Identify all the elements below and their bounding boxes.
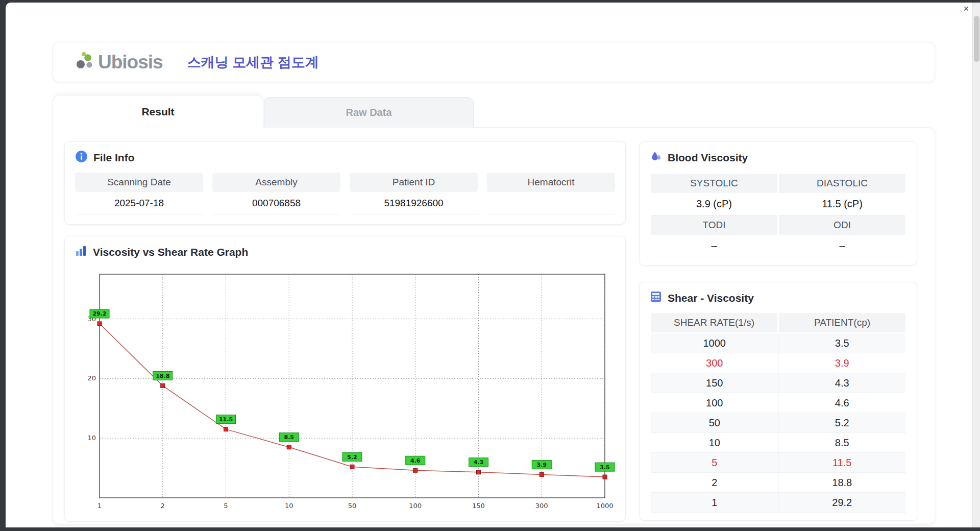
field-scanning-date: Scanning Date 2025-07-18 (75, 173, 203, 214)
app-logo: Ubiosis (75, 51, 163, 74)
field-assembly: Assembly 000706858 (212, 173, 340, 214)
bar-chart-icon (75, 245, 87, 259)
table-row: 10 8.5 (651, 433, 905, 453)
shear-rate-cell: 100 (651, 393, 778, 413)
graph-title-text: Viscosity vs Shear Rate Graph (93, 246, 248, 258)
todi-value: – (651, 235, 777, 257)
shear-rate-cell: 300 (651, 353, 778, 373)
patient-cell: 18.8 (778, 473, 906, 492)
svg-text:20: 20 (87, 374, 96, 382)
systolic-header: SYSTOLIC (651, 174, 777, 193)
diastolic-header: DIASTOLIC (779, 174, 905, 193)
file-info-title: File Info (75, 150, 135, 165)
blood-viscosity-title-text: Blood Viscosity (668, 152, 748, 164)
droplet-icon (650, 150, 662, 165)
logo-leaf-icon (75, 51, 95, 74)
diastolic-value: 11.5 (cP) (779, 193, 905, 215)
field-value (487, 192, 615, 214)
shear-viscosity-title-text: Shear - Viscosity (668, 292, 754, 304)
shear-rate-cell: 5 (651, 453, 778, 472)
svg-text:18.8: 18.8 (156, 373, 169, 379)
info-icon (75, 150, 88, 165)
odi-header: ODI (779, 215, 905, 235)
svg-text:100: 100 (409, 502, 422, 510)
scrollbar-thumb[interactable] (974, 16, 979, 62)
shear-rate-cell: 1 (651, 493, 778, 512)
field-hematocrit: Hematocrit (487, 173, 615, 214)
shear-rate-cell: 2 (651, 473, 778, 492)
graph-title: Viscosity vs Shear Rate Graph (75, 245, 248, 259)
svg-text:50: 50 (348, 502, 357, 510)
main-content-card: File Info Scanning Date 2025-07-18 Assem… (53, 127, 935, 525)
svg-text:2: 2 (161, 502, 165, 510)
field-value: 000706858 (212, 192, 340, 214)
svg-text:4.3: 4.3 (474, 459, 484, 466)
svg-text:3.5: 3.5 (600, 464, 610, 471)
svg-text:8.5: 8.5 (284, 434, 295, 441)
field-label: Hematocrit (487, 173, 615, 192)
patient-cell: 3.9 (778, 353, 906, 373)
svg-text:10: 10 (285, 502, 293, 510)
patient-cell: 4.3 (778, 373, 906, 393)
blood-viscosity-card: Blood Viscosity SYSTOLIC DIASTOLIC 3.9 (… (639, 141, 917, 266)
viscosity-chart: 1020301251050100150300100029.218.811.58.… (78, 268, 619, 514)
shear-rate-cell: 1000 (651, 333, 778, 353)
svg-text:29.2: 29.2 (92, 310, 106, 317)
field-value: 51981926600 (350, 192, 478, 214)
shear-viscosity-title: Shear - Viscosity (650, 291, 754, 305)
field-patient-id: Patient ID 51981926600 (350, 173, 478, 214)
svg-text:10: 10 (87, 434, 96, 442)
header-card: Ubiosis 스캐닝 모세관 점도계 (53, 42, 935, 82)
svg-text:300: 300 (535, 502, 548, 510)
tab-result[interactable]: Result (53, 95, 263, 129)
svg-text:1: 1 (97, 502, 102, 510)
file-info-title-text: File Info (93, 152, 135, 164)
shear-rate-header: SHEAR RATE(1/s) (651, 313, 777, 332)
field-label: Assembly (212, 173, 340, 192)
file-info-card: File Info Scanning Date 2025-07-18 Assem… (64, 141, 626, 225)
svg-text:1000: 1000 (596, 502, 613, 510)
logo-text: Ubiosis (98, 52, 163, 73)
page-title: 스캐닝 모세관 점도계 (187, 53, 319, 71)
patient-cell: 29.2 (778, 493, 906, 512)
systolic-value: 3.9 (cP) (651, 193, 777, 215)
patient-cell: 3.5 (778, 333, 906, 353)
patient-header: PATIENT(cp) (779, 313, 905, 332)
todi-header: TODI (651, 215, 777, 235)
table-row: 5 11.5 (651, 453, 905, 473)
svg-text:5: 5 (224, 502, 228, 510)
table-row: 300 3.9 (651, 353, 905, 373)
patient-cell: 5.2 (778, 413, 906, 432)
field-label: Patient ID (350, 173, 478, 192)
shear-viscosity-table: SHEAR RATE(1/s) PATIENT(cp) 1000 3.5 300… (651, 313, 905, 513)
tab-raw-data[interactable]: Raw Data (264, 97, 474, 128)
svg-text:3.9: 3.9 (537, 462, 547, 468)
shear-rate-cell: 150 (651, 373, 778, 393)
shear-rate-cell: 50 (651, 413, 778, 432)
blood-viscosity-title: Blood Viscosity (650, 150, 748, 165)
patient-cell: 4.6 (778, 393, 906, 413)
svg-text:150: 150 (472, 502, 485, 510)
field-value: 2025-07-18 (75, 192, 203, 214)
table-row: 1 29.2 (651, 493, 905, 513)
grid-table-icon (650, 291, 662, 305)
viscosity-graph-card: Viscosity vs Shear Rate Graph 1020301251… (64, 236, 626, 522)
patient-cell: 11.5 (778, 453, 906, 472)
close-icon[interactable]: × (963, 4, 969, 14)
table-row: 2 18.8 (651, 473, 905, 493)
field-label: Scanning Date (75, 173, 203, 192)
svg-text:11.5: 11.5 (219, 416, 233, 423)
scrollbar[interactable] (972, 3, 980, 527)
table-row: 150 4.3 (651, 373, 905, 393)
odi-value: – (779, 235, 905, 257)
svg-text:5.2: 5.2 (347, 454, 357, 461)
table-row: 100 4.6 (651, 393, 905, 413)
table-row: 1000 3.5 (651, 333, 905, 353)
svg-text:4.6: 4.6 (410, 457, 421, 464)
app-window: × Ubiosis 스캐닝 모세관 점도계 Result Raw Data (6, 3, 980, 527)
blood-viscosity-table: SYSTOLIC DIASTOLIC 3.9 (cP) 11.5 (cP) TO… (651, 174, 905, 257)
patient-cell: 8.5 (778, 433, 906, 452)
shear-rate-cell: 10 (651, 433, 778, 452)
table-row: 50 5.2 (651, 413, 905, 433)
shear-viscosity-card: Shear - Viscosity SHEAR RATE(1/s) PATIEN… (639, 282, 917, 521)
